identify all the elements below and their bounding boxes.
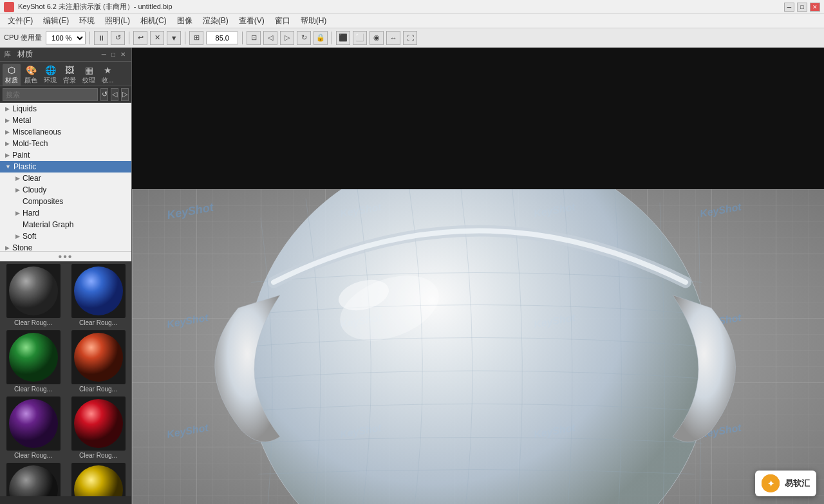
tree-item-misc[interactable]: ▶ Miscellaneous [0,126,131,138]
rewind-button[interactable]: ↩ [133,31,147,45]
frameset-button[interactable]: ⊞ [189,31,203,45]
tree-item-moldtech[interactable]: ▶ Mold-Tech [0,138,131,149]
expand-arrow-paint: ▶ [5,152,10,158]
mat-thumb-4 [6,397,61,451]
menu-window[interactable]: 窗口 [270,14,295,28]
tree-item-cloudy[interactable]: ▶ Cloudy [0,184,131,196]
expand-arrow-liquids: ▶ [5,106,10,112]
menu-lighting[interactable]: 照明(L) [100,14,135,28]
menu-render[interactable]: 渲染(B) [198,14,234,28]
panel-minimize-btn[interactable]: ─ [100,51,108,58]
stop-button[interactable]: ✕ [150,31,164,45]
pause-button[interactable]: ⏸ [94,31,108,45]
menu-file[interactable]: 文件(F) [3,14,38,28]
mat-item-0[interactable]: Clear Roug... [1,263,65,328]
tab-favorites[interactable]: ★ 收... [99,64,116,86]
mat-item-1[interactable]: Clear Roug... [66,263,130,328]
cam3-button[interactable]: ⛶ [403,31,417,45]
prev-button[interactable]: ◁ [263,31,277,45]
tree-item-liquids[interactable]: ▶ Liquids [0,103,131,115]
menu-image[interactable]: 图像 [172,14,198,28]
dots-icon: ••• [59,251,73,263]
close-button[interactable]: ✕ [810,3,820,12]
dots-bar[interactable]: ••• [0,251,131,261]
logo-text: 易软汇 [785,478,810,489]
cpu-label: CPU 使用量 [4,33,42,42]
expand-arrow-plastic: ▼ [5,163,11,170]
svg-point-9 [9,399,58,448]
cam2-button[interactable]: ↔ [386,31,400,45]
tree-label-liquids: Liquids [12,104,131,113]
mat-item-5[interactable]: Clear Roug... [66,395,130,460]
panel-controls: ─ □ ✕ [100,51,127,58]
menu-view[interactable]: 查看(V) [234,14,270,28]
search-forward-btn[interactable]: ▷ [121,88,129,101]
tree-item-composites[interactable]: ▶ Composites [0,196,131,207]
panel-close-btn[interactable]: ✕ [118,51,127,58]
search-refresh-btn[interactable]: ↺ [100,88,108,101]
down-button[interactable]: ▼ [167,31,181,45]
title-bar: KeyShot 6.2 未注册演示版 (非商用）- untitled.bip ─… [0,0,824,14]
mat-thumb-2 [6,330,61,384]
tree-item-paint[interactable]: ▶ Paint [0,149,131,161]
menu-camera[interactable]: 相机(C) [135,14,172,28]
tab-material[interactable]: ⬡ 材质 [3,64,21,86]
tree-item-clear[interactable]: ▶ Clear [0,173,131,184]
tab-tex-label: 纹理 [82,76,95,85]
svg-point-3 [74,266,123,315]
expand-arrow-stone: ▶ [5,245,10,251]
maximize-button[interactable]: □ [797,3,807,12]
tree-area[interactable]: ▶ Liquids ▶ Metal ▶ Miscellaneous ▶ Mold… [0,103,131,251]
refresh-button[interactable]: ↺ [111,31,125,45]
tab-fav-label: 收... [102,76,113,85]
window-title: KeyShot 6.2 未注册演示版 (非商用）- untitled.bip [18,2,784,12]
material-grid: Clear Roug... [0,261,131,496]
logo-icon: ✦ [762,474,780,492]
menu-help[interactable]: 帮助(H) [295,14,332,28]
viewport[interactable]: KeyShot KeyShot KeyShot KeyShot KeyShot … [132,48,824,504]
tree-item-hard[interactable]: ▶ Hard [0,207,131,219]
loop-button[interactable]: ↻ [297,31,311,45]
search-input[interactable] [3,88,98,101]
tab-environment[interactable]: 🌐 环境 [41,64,59,86]
expand-arrow-hard: ▶ [15,210,20,216]
zoom-input[interactable] [206,32,238,44]
mat-item-2[interactable]: Clear Roug... [1,329,65,394]
render2-button[interactable]: ⬜ [353,31,367,45]
tree-label-paint: Paint [12,151,131,160]
tree-item-metal[interactable]: ▶ Metal [0,115,131,126]
tree-item-matgraph[interactable]: ▶ Material Graph [0,219,131,230]
menu-edit[interactable]: 编辑(E) [38,14,74,28]
minimize-button[interactable]: ─ [784,3,794,12]
tab-bg-label: 背景 [63,76,76,85]
mat-item-4[interactable]: Clear Roug... [1,395,65,460]
mat-label-2: Clear Roug... [6,386,61,393]
mat-item-6[interactable]: Clear Roug... [1,462,65,496]
mat-label-4: Clear Roug... [6,452,61,459]
menu-env[interactable]: 环境 [74,14,100,28]
tree-label-moldtech: Mold-Tech [12,139,131,148]
tree-item-plastic[interactable]: ▼ Plastic [0,161,131,173]
tab-color[interactable]: 🎨 颜色 [22,64,40,86]
render-button[interactable]: ⬛ [336,31,350,45]
tree-item-soft[interactable]: ▶ Soft [0,230,131,242]
tree-label-misc: Miscellaneous [12,127,131,136]
cam-button[interactable]: ◉ [370,31,384,45]
app-icon [4,2,14,12]
zoom-fit-button[interactable]: ⊡ [247,31,261,45]
mat-item-3[interactable]: Clear Roug... [66,329,130,394]
left-panel: 库 材质 ─ □ ✕ ⬡ 材质 🎨 颜色 🌐 环境 🖼 [0,48,132,504]
lock-button[interactable]: 🔒 [314,31,328,45]
tab-texture[interactable]: ▦ 纹理 [80,64,98,86]
tab-background[interactable]: 🖼 背景 [61,64,79,86]
cpu-select[interactable]: 100 % [46,32,86,44]
panel-header: 库 材质 ─ □ ✕ [0,48,131,62]
panel-restore-btn[interactable]: □ [109,51,117,58]
search-back-btn[interactable]: ◁ [111,88,118,101]
tree-item-stone[interactable]: ▶ Stone [0,242,131,251]
tree-label-matgraph: Material Graph [23,220,131,229]
expand-arrow-soft: ▶ [15,233,20,239]
mat-item-7[interactable]: Clear Roug... [66,462,130,496]
next-button[interactable]: ▷ [280,31,294,45]
tree-label-cloudy: Cloudy [23,185,131,194]
